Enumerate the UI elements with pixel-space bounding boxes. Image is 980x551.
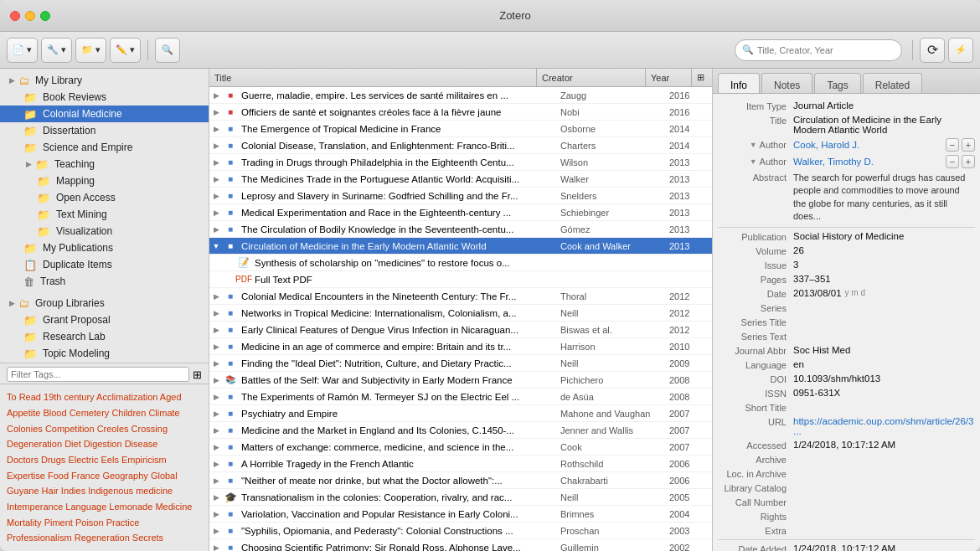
row-expand-icon[interactable]: ▶: [209, 393, 223, 401]
tab-info[interactable]: Info: [718, 73, 760, 93]
table-row[interactable]: ▶ ■ Choosing Scientific Patrimony: Sir R…: [209, 539, 712, 551]
tag-item[interactable]: Acclimatization: [96, 392, 157, 402]
sidebar-item-teaching[interactable]: ▶ 📁 Teaching: [0, 156, 209, 173]
row-expand-icon[interactable]: ▶: [209, 225, 223, 234]
row-expand-icon[interactable]: ▶: [209, 292, 223, 301]
row-expand-icon[interactable]: ▶: [209, 125, 223, 133]
url-value[interactable]: https://academic.oup.com/shm/article/26/…: [793, 416, 975, 436]
row-expand-icon[interactable]: ▶: [209, 209, 223, 217]
author-value-1[interactable]: Cook, Harold J.: [793, 140, 942, 150]
table-row[interactable]: ▶ ■ "Syphilis, Opiomania, and Pederasty"…: [209, 523, 712, 539]
row-expand-icon[interactable]: ▶: [209, 158, 223, 167]
new-item-button[interactable]: 📄 ▾: [7, 38, 38, 63]
table-row[interactable]: ▶ ■ Early Clinical Features of Dengue Vi…: [209, 322, 712, 338]
row-expand-icon[interactable]: ▶: [209, 376, 223, 384]
author-plus-btn-2[interactable]: +: [962, 155, 975, 168]
row-expand-icon[interactable]: ▶: [209, 309, 223, 317]
tag-item[interactable]: Cemetery: [70, 408, 110, 418]
table-row[interactable]: ▶ ■ Matters of exchange: commerce, medic…: [209, 439, 712, 456]
tag-item[interactable]: Empiricism: [121, 455, 167, 465]
search-input[interactable]: [757, 45, 891, 55]
col-header-year[interactable]: Year: [646, 69, 692, 86]
row-expand-icon[interactable]: ▶: [209, 493, 223, 502]
row-expand-icon[interactable]: ▶: [209, 192, 223, 200]
language-value[interactable]: en: [793, 359, 975, 369]
new-note-button[interactable]: 🔧 ▾: [41, 38, 72, 63]
row-expand-icon[interactable]: ▶: [209, 175, 223, 183]
col-header-title[interactable]: Title: [209, 69, 537, 86]
tag-item[interactable]: Guyane: [7, 486, 39, 496]
search-button[interactable]: 🔍: [155, 38, 180, 63]
sidebar-item-research-lab[interactable]: 📁 Research Lab: [0, 328, 209, 345]
table-row[interactable]: ▶ ■ Psychiatry and Empire Mahone and Vau…: [209, 405, 712, 422]
tag-item[interactable]: Aged: [160, 392, 182, 402]
maximize-button[interactable]: [40, 11, 50, 21]
tag-item[interactable]: Doctors: [7, 455, 39, 465]
date-value[interactable]: 2013/08/01 y m d: [793, 288, 975, 298]
tag-item[interactable]: Intemperance: [7, 502, 63, 512]
table-row[interactable]: ▶ ■ Variolation, Vaccination and Popular…: [209, 506, 712, 523]
table-row[interactable]: ▶ ■ Guerre, maladie, empire. Les service…: [209, 87, 712, 104]
row-expand-icon[interactable]: ▶: [209, 510, 223, 518]
sync-status-button[interactable]: ⚡: [948, 38, 973, 63]
sidebar-item-my-library[interactable]: ▶ 🗂 My Library: [0, 72, 209, 89]
row-expand-icon[interactable]: ▶: [209, 142, 223, 150]
tag-item[interactable]: Disease: [125, 439, 158, 449]
sidebar-item-text-mining[interactable]: 📁 Text Mining: [0, 206, 209, 223]
tag-item[interactable]: Mortality: [7, 518, 42, 528]
sidebar-item-open-access[interactable]: 📁 Open Access: [0, 189, 209, 206]
tag-item[interactable]: Regeneration: [75, 533, 130, 543]
pub-value[interactable]: Social History of Medicine: [793, 231, 975, 241]
tag-item[interactable]: Secrets: [132, 533, 163, 543]
tag-item[interactable]: Electric Eels: [68, 455, 119, 465]
tag-view-icon[interactable]: ⊞: [193, 368, 202, 381]
row-expand-icon[interactable]: ▶: [209, 476, 223, 485]
tab-notes[interactable]: Notes: [761, 73, 812, 93]
sidebar-item-visualization[interactable]: 📁 Visualization: [0, 223, 209, 239]
table-row[interactable]: ▶ 🎓 Transnationalism in the colonies: Co…: [209, 489, 712, 506]
tag-item[interactable]: Food: [48, 471, 69, 481]
tag-item[interactable]: Hair: [42, 486, 59, 496]
row-expand-icon[interactable]: ▶: [209, 91, 223, 100]
doi-value[interactable]: 10.1093/shm/hkt013: [793, 373, 975, 384]
table-row[interactable]: ▶ ■ Officiers de santé et soignantes cré…: [209, 104, 712, 121]
issn-value[interactable]: 0951-631X: [793, 388, 975, 398]
tag-item[interactable]: To Read: [7, 392, 41, 402]
tab-related[interactable]: Related: [863, 73, 922, 93]
row-expand-icon[interactable]: ▶: [209, 342, 223, 351]
accessed-value[interactable]: 1/24/2018, 10:17:12 AM: [793, 440, 975, 450]
sidebar-item-trash[interactable]: 🗑 Trash: [0, 273, 209, 290]
sidebar-item-mapping[interactable]: 📁 Mapping: [0, 173, 209, 189]
tag-item[interactable]: Children: [111, 408, 146, 418]
tag-item[interactable]: Piment: [44, 518, 73, 528]
table-row[interactable]: ▶ ■ "Neither of meate nor drinke, but wh…: [209, 472, 712, 489]
table-row[interactable]: ▶ ■ Colonial Disease, Translation, and E…: [209, 137, 712, 154]
tag-item[interactable]: Poison: [75, 518, 104, 528]
sidebar-item-duplicate-items[interactable]: 📋 Duplicate Items: [0, 256, 209, 273]
title-value[interactable]: Circulation of Medicine in the Early Mod…: [793, 115, 975, 135]
row-expand-icon[interactable]: ▶: [209, 443, 223, 451]
tag-item[interactable]: Global: [151, 471, 178, 481]
sidebar-item-grant-proposal[interactable]: 📁 Grant Proposal: [0, 312, 209, 328]
tag-item[interactable]: Lemonade: [109, 502, 152, 512]
pages-value[interactable]: 337–351: [793, 274, 975, 284]
table-row[interactable]: ▶ ■ Networks in Tropical Medicine: Inter…: [209, 305, 712, 322]
sync-button[interactable]: ⟳: [920, 38, 945, 63]
col-header-creator[interactable]: Creator: [537, 69, 646, 86]
tag-item[interactable]: Practice: [106, 518, 140, 528]
tag-item[interactable]: Indies: [61, 486, 85, 496]
table-row[interactable]: ▶ ■ Colonial Medical Encounters in the N…: [209, 288, 712, 305]
sidebar-item-my-publications[interactable]: 📁 My Publications: [0, 239, 209, 256]
row-expand-icon[interactable]: ▶: [209, 460, 223, 468]
tab-tags[interactable]: Tags: [814, 73, 860, 93]
row-expand-icon[interactable]: ▶: [209, 359, 223, 368]
row-expand-icon[interactable]: ▶: [209, 108, 223, 116]
close-button[interactable]: [10, 11, 20, 21]
add-attachment-button[interactable]: 📁 ▾: [75, 38, 106, 63]
tag-item[interactable]: Blood: [43, 408, 66, 418]
tag-item[interactable]: Expertise: [7, 471, 45, 481]
table-row[interactable]: ▶ ■ Trading in Drugs through Philadelphi…: [209, 154, 712, 171]
tag-item[interactable]: Competition: [45, 424, 95, 434]
sidebar-item-book-reviews[interactable]: 📁 Book Reviews: [0, 89, 209, 106]
table-row-selected[interactable]: ▼ ■ Circulation of Medicine in the Early…: [209, 238, 712, 255]
